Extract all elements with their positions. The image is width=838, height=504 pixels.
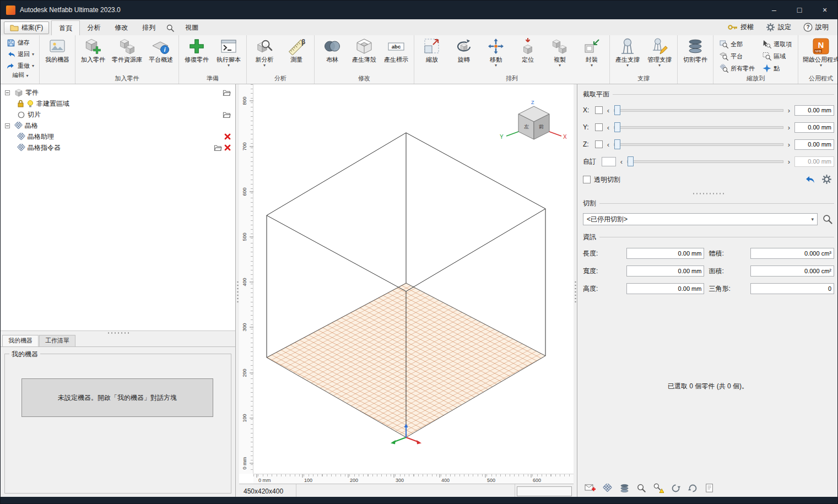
tree-item-lattice-commander[interactable]: 晶格指令器 (1, 142, 235, 153)
manage-support-button[interactable]: 管理支撐 ▾ (644, 37, 675, 68)
check-warning-button[interactable] (651, 481, 666, 495)
zoom-region-button[interactable]: 區域 (759, 50, 796, 62)
clip-z-value[interactable] (794, 139, 834, 150)
tab-worklist[interactable]: 工作清單 (39, 335, 75, 346)
zoom-all-button[interactable]: 全部 (716, 38, 759, 50)
repair-part-button[interactable]: 修復零件 (181, 37, 212, 64)
delete-x-icon[interactable] (224, 133, 231, 140)
zoom-platform-button[interactable]: 平台 (716, 50, 759, 62)
gear-icon[interactable] (821, 174, 832, 185)
zoom-point-button[interactable]: 點 (759, 62, 796, 74)
report-button[interactable] (702, 481, 717, 495)
tab-modify[interactable]: 修改 (107, 20, 135, 35)
generate-support-button[interactable]: 產生支撐 ▾ (612, 37, 643, 68)
tree-item-lattice-assistant[interactable]: 晶格助理 (1, 131, 235, 142)
redo-button[interactable]: 重做 ▾ (5, 61, 36, 71)
measure-button[interactable]: β 測量 (281, 37, 312, 64)
pack-button[interactable]: 封裝 ▾ (576, 37, 607, 68)
slider-thumb[interactable] (614, 139, 620, 149)
slider-thumb[interactable] (614, 122, 620, 132)
save-button[interactable]: 儲存 (5, 37, 36, 48)
create-shell-button[interactable]: 產生薄殼 (349, 37, 380, 64)
duplicate-button[interactable]: 複製 ▾ (544, 37, 575, 68)
tab-my-machine[interactable]: 我的機器 (2, 335, 39, 346)
open-folder-icon[interactable] (214, 144, 222, 152)
minimize-button[interactable]: – (761, 1, 787, 19)
custom-plane-value[interactable] (794, 156, 834, 167)
machine-not-set-message[interactable]: 未設定機器。開啟「我的機器」對話方塊 (21, 378, 213, 417)
rotate-button[interactable]: 旋轉 (448, 37, 479, 64)
clip-y-slider[interactable] (614, 122, 783, 132)
open-utility-button[interactable]: N NFB 開啟公用程式 ▾ (801, 37, 838, 68)
history-button[interactable] (685, 481, 700, 495)
clip-x-decrease-arrow[interactable]: ‹ (605, 107, 612, 114)
tree-item-slices[interactable]: 切片 (1, 109, 235, 120)
close-button[interactable]: × (812, 1, 837, 19)
chevron-down-icon[interactable]: ▾ (559, 63, 561, 68)
help-button[interactable]: ? 說明 (803, 23, 829, 32)
clip-z-increase-arrow[interactable]: › (786, 141, 792, 148)
custom-plane-field[interactable] (602, 157, 616, 166)
slice-view-button[interactable] (617, 481, 631, 495)
tab-arrange[interactable]: 排列 (135, 20, 163, 35)
align-button[interactable]: 定位 (512, 37, 543, 64)
clip-x-checkbox[interactable] (595, 106, 603, 114)
scale-button[interactable]: 縮放 (417, 37, 447, 64)
undo-button[interactable]: 退回 ▾ (5, 49, 36, 59)
zoom-all-parts-button[interactable]: 所有零件 (716, 62, 759, 74)
part-library-button[interactable]: 零件資源庫 (110, 37, 144, 64)
tree-item-parts[interactable]: 零件 (1, 87, 235, 98)
clip-y-decrease-arrow[interactable]: ‹ (605, 124, 612, 131)
tab-home[interactable]: 首頁 (51, 20, 80, 35)
chevron-down-icon[interactable]: ▾ (591, 63, 593, 68)
chevron-down-icon[interactable]: ▾ (32, 64, 34, 68)
license-button[interactable]: 授權 (728, 23, 754, 32)
delete-x-icon[interactable] (224, 144, 231, 151)
custom-increase-arrow[interactable]: › (786, 158, 792, 165)
clip-y-checkbox[interactable] (595, 123, 603, 131)
tree-item-no-build-zone[interactable]: 非建置區域 (1, 98, 235, 109)
clip-y-value[interactable] (794, 122, 834, 133)
refresh-button[interactable] (668, 481, 683, 495)
clip-z-slider[interactable] (614, 139, 783, 149)
collapse-icon[interactable] (5, 90, 10, 95)
move-button[interactable]: 移動 ▾ (480, 37, 511, 68)
maximize-button[interactable]: □ (787, 1, 812, 19)
clip-x-increase-arrow[interactable]: › (786, 107, 792, 114)
clip-y-increase-arrow[interactable]: › (786, 124, 792, 131)
add-part-button[interactable]: 加入零件 (78, 37, 109, 64)
clip-z-checkbox[interactable] (595, 140, 603, 148)
chevron-down-icon[interactable]: ▾ (32, 52, 34, 57)
tab-view[interactable]: 視圖 (178, 20, 206, 35)
zoom-selection-button[interactable]: 選取項 (759, 38, 796, 50)
custom-decrease-arrow[interactable]: ‹ (618, 158, 625, 165)
my-machine-button[interactable]: 我的機器 (42, 37, 73, 64)
transparent-cut-checkbox[interactable] (583, 176, 591, 183)
settings-button[interactable]: 設定 (766, 23, 791, 32)
clip-x-value[interactable] (794, 105, 834, 116)
tab-analysis[interactable]: 分析 (80, 20, 107, 35)
lattice-view-button[interactable] (600, 481, 614, 495)
run-script-button[interactable]: 執行腳本 ▾ (213, 37, 244, 68)
collapse-icon[interactable] (5, 123, 10, 128)
slice-parts-button[interactable]: 切割零件 (680, 37, 711, 64)
reset-undo-icon[interactable] (804, 174, 815, 185)
search-icon[interactable] (163, 20, 178, 35)
file-menu-button[interactable]: 檔案(F) (4, 21, 49, 34)
new-analysis-button[interactable]: 新分析 ▾ (249, 37, 280, 68)
platform-overview-button[interactable]: i 平台概述 (145, 37, 176, 64)
chevron-down-icon[interactable]: ▾ (228, 63, 230, 68)
boolean-button[interactable]: 布林 (317, 37, 348, 64)
tree-item-lattice[interactable]: 晶格 (1, 120, 235, 131)
open-folder-icon[interactable] (223, 111, 231, 119)
chevron-down-icon[interactable]: ▾ (626, 63, 629, 68)
open-folder-icon[interactable] (223, 89, 231, 97)
cut-search-button[interactable] (821, 213, 834, 226)
slider-thumb[interactable] (628, 156, 634, 166)
chevron-down-icon[interactable]: ▾ (820, 63, 822, 68)
create-label-button[interactable]: abc 產生標示 (381, 37, 412, 64)
slider-thumb[interactable] (614, 105, 620, 115)
clip-x-slider[interactable] (614, 105, 783, 115)
panel-splitter[interactable] (583, 190, 834, 197)
clip-z-decrease-arrow[interactable]: ‹ (605, 141, 612, 148)
